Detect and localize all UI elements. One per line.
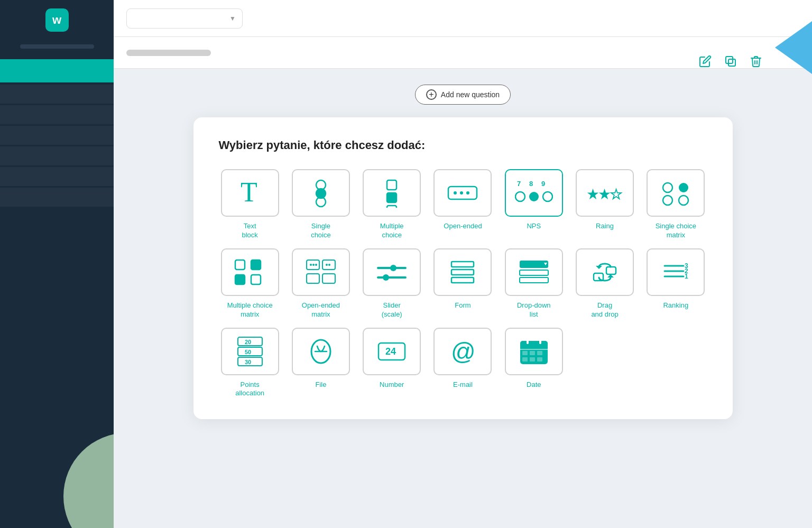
question-item-text-block[interactable]: T Textblock	[219, 169, 281, 240]
svg-point-35	[312, 264, 315, 266]
nps-icon-box: 7 8 9	[505, 169, 563, 217]
drag-drop-label: Dragand drop	[591, 301, 618, 319]
add-question-label: Add new question	[441, 90, 500, 99]
ranking-icon-box: 3 2 1	[647, 248, 705, 296]
content-area: + Add new question Wybierz pytanie, któr…	[114, 69, 812, 435]
svg-point-24	[663, 196, 672, 205]
multiple-choice-matrix-icon-box	[221, 248, 279, 296]
question-item-file[interactable]: File	[290, 328, 352, 399]
svg-point-16	[515, 192, 525, 201]
date-icon-box	[505, 328, 563, 375]
number-icon-box: 24	[363, 328, 421, 375]
question-item-form[interactable]: Form	[431, 248, 494, 319]
single-choice-label: Singlechoice	[311, 222, 331, 240]
svg-point-17	[529, 192, 539, 201]
sidebar-logo[interactable]: w	[45, 8, 69, 32]
svg-rect-43	[451, 262, 474, 267]
dropdown-label: Drop-downlist	[517, 301, 551, 319]
svg-point-11	[460, 191, 463, 194]
svg-point-10	[454, 191, 457, 194]
svg-rect-8	[387, 206, 396, 208]
sidebar-item-2[interactable]	[0, 105, 114, 124]
svg-point-37	[326, 264, 328, 266]
question-item-email[interactable]: @ E-mail	[431, 328, 494, 399]
svg-rect-1	[728, 59, 735, 66]
single-choice-matrix-icon-box	[647, 169, 705, 217]
svg-rect-29	[251, 275, 261, 284]
add-question-button[interactable]: + Add new question	[415, 85, 511, 105]
question-item-open-ended[interactable]: Open-ended	[431, 169, 494, 240]
question-item-dropdown[interactable]: Drop-downlist	[503, 248, 565, 319]
file-icon-box	[292, 328, 350, 375]
question-item-ranking[interactable]: 3 2 1 Ranking	[644, 248, 707, 319]
copy-icon[interactable]	[722, 53, 739, 70]
question-item-multiple-choice-matrix[interactable]: Multiple choicematrix	[219, 248, 281, 319]
dropdown-icon-box	[505, 248, 563, 296]
survey-select[interactable]: ▼	[126, 8, 243, 29]
question-item-multiple-choice[interactable]: Multiplechoice	[361, 169, 423, 240]
delete-icon[interactable]	[748, 53, 764, 70]
file-label: File	[315, 381, 326, 390]
question-item-rating[interactable]: ★ ★ ☆ Raing	[574, 169, 636, 240]
drag-drop-icon-box	[576, 248, 634, 296]
question-item-number[interactable]: 24 Number	[361, 328, 423, 399]
question-type-modal: Wybierz pytanie, które chcesz dodać: T T…	[193, 117, 733, 419]
sidebar-item-6[interactable]	[0, 188, 114, 207]
svg-rect-28	[235, 275, 245, 284]
svg-point-12	[466, 191, 469, 194]
question-item-single-choice[interactable]: Singlechoice	[290, 169, 352, 240]
svg-rect-72	[520, 341, 548, 349]
nps-label: NPS	[527, 222, 541, 231]
svg-rect-74	[522, 351, 528, 355]
question-item-open-ended-matrix[interactable]: Open-endedmatrix	[290, 248, 352, 319]
sidebar-item-3[interactable]	[0, 126, 114, 145]
multiple-choice-label: Multiplechoice	[380, 222, 404, 240]
svg-text:☆: ☆	[610, 186, 623, 202]
svg-rect-49	[520, 277, 548, 283]
sidebar-item-1[interactable]	[0, 85, 114, 104]
main-content: ▼	[114, 0, 812, 528]
question-item-date[interactable]: Date	[503, 328, 565, 399]
date-label: Date	[527, 381, 541, 390]
svg-text:50: 50	[245, 349, 251, 355]
toolbar-icons	[697, 53, 764, 70]
question-item-single-choice-matrix[interactable]: Single choicematrix	[644, 169, 707, 240]
sidebar-item-4[interactable]	[0, 146, 114, 165]
ranking-label: Ranking	[663, 301, 688, 310]
svg-marker-50	[596, 266, 602, 269]
question-item-points-allocation[interactable]: 20 50 30 Pointsallocation	[219, 328, 281, 399]
single-choice-matrix-label: Single choicematrix	[656, 222, 696, 240]
svg-rect-77	[522, 357, 528, 362]
sidebar-active-item[interactable]	[0, 59, 114, 82]
svg-rect-75	[530, 351, 535, 355]
form-label: Form	[455, 301, 470, 310]
slider-label: Slider(scale)	[382, 301, 402, 319]
logo-letter: w	[52, 13, 61, 27]
multiple-choice-icon-box	[363, 169, 421, 217]
svg-rect-51	[606, 267, 616, 274]
rating-label: Raing	[596, 222, 614, 231]
question-item-slider[interactable]: Slider(scale)	[361, 248, 423, 319]
svg-text:20: 20	[245, 339, 251, 345]
svg-rect-76	[537, 351, 542, 355]
multiple-choice-matrix-label: Multiple choicematrix	[227, 301, 273, 319]
svg-text:1: 1	[685, 273, 688, 280]
question-item-nps[interactable]: 7 8 9 NPS	[503, 169, 565, 240]
svg-rect-48	[520, 270, 548, 275]
svg-text:30: 30	[245, 359, 251, 365]
svg-rect-33	[322, 274, 335, 283]
sidebar-item-5[interactable]	[0, 167, 114, 186]
svg-text:9: 9	[541, 180, 545, 188]
svg-point-18	[543, 192, 552, 201]
email-label: E-mail	[453, 381, 473, 390]
svg-rect-79	[537, 357, 542, 362]
open-ended-matrix-icon-box	[292, 248, 350, 296]
question-item-drag-drop[interactable]: Dragand drop	[574, 248, 636, 319]
blue-arrow-decoration	[775, 21, 812, 74]
svg-rect-80	[527, 339, 529, 344]
rating-icon-box: ★ ★ ☆	[576, 169, 634, 217]
points-allocation-icon-box: 20 50 30	[221, 328, 279, 375]
edit-icon[interactable]	[697, 53, 714, 70]
svg-rect-32	[307, 274, 319, 283]
svg-rect-42	[383, 274, 389, 281]
